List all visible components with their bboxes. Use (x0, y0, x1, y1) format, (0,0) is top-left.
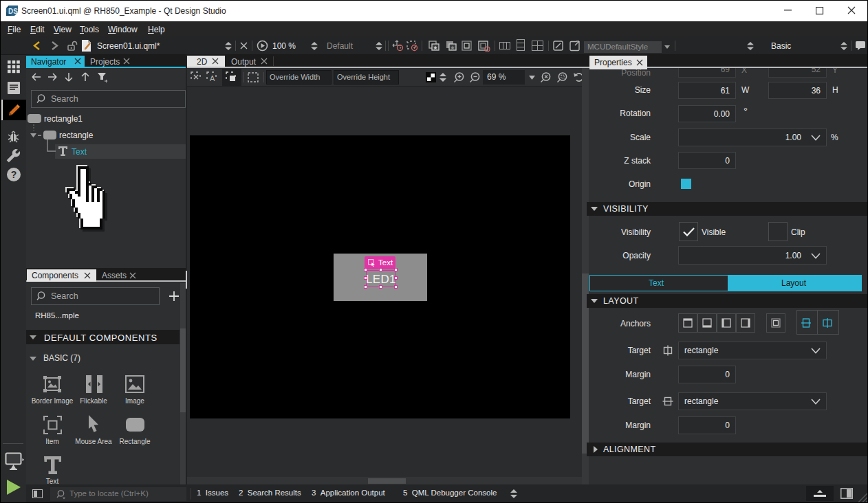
svg-text:A: A (210, 74, 215, 82)
svg-text:DS: DS (8, 8, 18, 15)
svg-text:?: ? (11, 169, 17, 180)
